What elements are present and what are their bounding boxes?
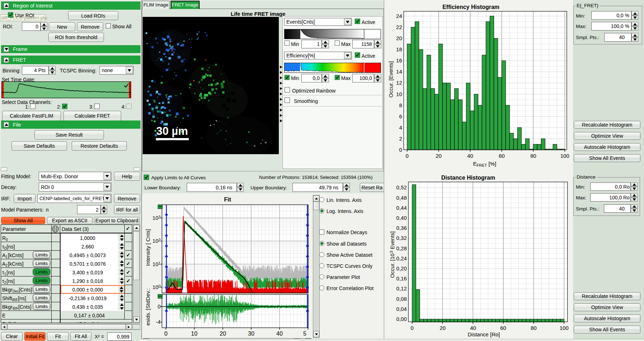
- svg-text:30 µm: 30 µm: [156, 125, 188, 137]
